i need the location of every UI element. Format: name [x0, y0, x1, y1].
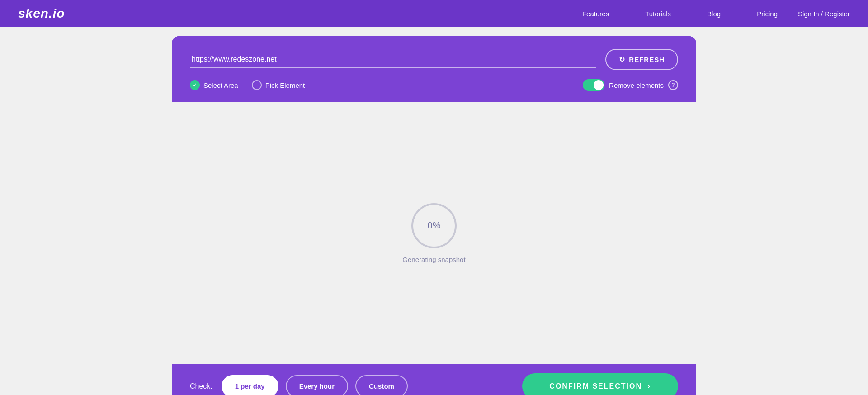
select-area-checkbox: ✓: [190, 80, 200, 90]
remove-elements-toggle[interactable]: [583, 79, 604, 91]
pick-element-option[interactable]: Pick Element: [252, 80, 305, 90]
pick-element-radio: [252, 80, 262, 90]
generating-text: Generating snapshot: [402, 256, 465, 263]
nav-tutorials[interactable]: Tutorials: [645, 10, 671, 18]
confirm-selection-button[interactable]: CONFIRM SELECTION ›: [522, 373, 678, 395]
content-card: ↻ REFRESH ✓ Select Area Pick Element: [172, 36, 696, 395]
refresh-label: REFRESH: [629, 56, 665, 63]
remove-elements-group: Remove elements ?: [583, 79, 678, 91]
bottom-bar: Check: 1 per day Every hour Custom CONFI…: [172, 364, 696, 395]
progress-percent: 0%: [428, 220, 441, 231]
check-label: Check:: [190, 382, 212, 390]
progress-circle: 0%: [411, 203, 457, 248]
check-custom-button[interactable]: Custom: [355, 375, 408, 395]
pick-element-label: Pick Element: [265, 81, 305, 89]
select-area-label: Select Area: [203, 81, 238, 89]
nav-features[interactable]: Features: [582, 10, 609, 18]
help-icon[interactable]: ?: [668, 80, 678, 90]
check-1perday-button[interactable]: 1 per day: [222, 375, 278, 395]
nav-links: Features Tutorials Blog Pricing: [582, 10, 778, 18]
nav-pricing[interactable]: Pricing: [757, 10, 778, 18]
refresh-icon: ↻: [619, 55, 625, 64]
remove-elements-label: Remove elements: [609, 81, 664, 89]
navbar: sken.io Features Tutorials Blog Pricing …: [0, 0, 868, 27]
nav-blog[interactable]: Blog: [707, 10, 721, 18]
check-everyhour-button[interactable]: Every hour: [286, 375, 348, 395]
preview-area: 0% Generating snapshot: [172, 102, 696, 364]
top-bar: ↻ REFRESH ✓ Select Area Pick Element: [172, 36, 696, 102]
url-input[interactable]: [190, 52, 596, 68]
confirm-label: CONFIRM SELECTION: [549, 382, 642, 390]
refresh-button[interactable]: ↻ REFRESH: [605, 49, 678, 70]
select-area-option[interactable]: ✓ Select Area: [190, 80, 238, 90]
main-wrapper: ↻ REFRESH ✓ Select Area Pick Element: [0, 27, 868, 395]
nav-signin[interactable]: Sign In / Register: [798, 10, 850, 18]
url-row: ↻ REFRESH: [190, 49, 678, 70]
logo[interactable]: sken.io: [18, 6, 65, 21]
controls-row: ✓ Select Area Pick Element Remove elemen…: [190, 79, 678, 91]
chevron-icon: ›: [647, 381, 651, 391]
